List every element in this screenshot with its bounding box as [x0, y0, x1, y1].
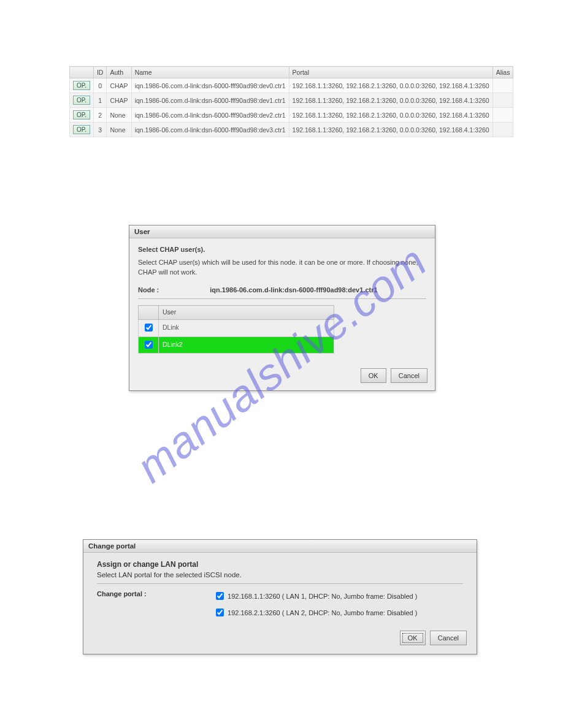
- portal-hint: Select LAN portal for the selected iSCSI…: [97, 571, 463, 578]
- cell-name: iqn.1986-06.com.d-link:dsn-6000-fff90ad9…: [131, 123, 289, 137]
- user-checkbox[interactable]: [145, 324, 153, 332]
- cell-alias: [492, 123, 513, 137]
- portal-option: 192.168.2.1:3260 ( LAN 2, DHCP: No, Jumb…: [213, 607, 463, 618]
- cell-portal: 192.168.1.1:3260, 192.168.2.1:3260, 0.0.…: [289, 78, 492, 93]
- cell-id: 0: [93, 78, 107, 93]
- cell-id: 1: [93, 93, 107, 108]
- change-portal-dialog: Change portal Assign or change LAN porta…: [83, 539, 477, 654]
- change-portal-label: Change portal :: [97, 590, 195, 623]
- node-row: Node : iqn.1986-06.com.d-link:dsn-6000-f…: [138, 282, 426, 300]
- node-value: iqn.1986-06.com.d-link:dsn-6000-fff90ad9…: [210, 286, 377, 294]
- cell-id: 3: [93, 123, 107, 137]
- user-dialog: User Select CHAP user(s). Select CHAP us…: [129, 225, 435, 391]
- portal-option-text: 192.168.2.1:3260 ( LAN 2, DHCP: No, Jumb…: [228, 609, 417, 616]
- portal-checkbox[interactable]: [216, 609, 224, 616]
- cell-name: iqn.1986-06.com.d-link:dsn-6000-fff90ad9…: [131, 108, 289, 123]
- table-row: OP.0CHAPiqn.1986-06.com.d-link:dsn-6000-…: [70, 78, 513, 93]
- op-button[interactable]: OP.: [73, 125, 90, 134]
- dialog-title: User: [129, 226, 435, 238]
- node-label: Node :: [138, 286, 159, 294]
- col-alias: Alias: [492, 67, 513, 78]
- user-row[interactable]: DLink2: [139, 336, 334, 354]
- col-op: [70, 67, 94, 78]
- user-col-check: [139, 306, 159, 320]
- col-name: Name: [131, 67, 289, 78]
- portal-option-text: 192.168.1.1:3260 ( LAN 1, DHCP: No, Jumb…: [228, 593, 417, 600]
- dialog-subtitle: Select CHAP user(s).: [138, 245, 426, 255]
- cancel-button[interactable]: Cancel: [430, 631, 467, 645]
- cell-auth: CHAP: [107, 78, 131, 93]
- portal-option: 192.168.1.1:3260 ( LAN 1, DHCP: No, Jumb…: [213, 590, 463, 602]
- col-auth: Auth: [107, 67, 131, 78]
- user-name: DLink: [159, 319, 334, 336]
- user-name: DLink2: [159, 336, 334, 354]
- cell-alias: [492, 108, 513, 123]
- cell-auth: CHAP: [107, 93, 131, 108]
- cell-portal: 192.168.1.1:3260, 192.168.2.1:3260, 0.0.…: [289, 123, 492, 137]
- op-button[interactable]: OP.: [73, 81, 90, 90]
- table-row: OP.2Noneiqn.1986-06.com.d-link:dsn-6000-…: [70, 108, 513, 123]
- col-id: ID: [93, 67, 107, 78]
- divider: [97, 583, 463, 584]
- cell-id: 2: [93, 108, 107, 123]
- user-col-name: User: [159, 306, 334, 320]
- dialog-description: Select CHAP user(s) which will be used f…: [138, 257, 426, 278]
- op-button[interactable]: OP.: [73, 96, 90, 105]
- nodes-table: ID Auth Name Portal Alias OP.0CHAPiqn.19…: [69, 66, 513, 137]
- portal-checkbox[interactable]: [216, 592, 224, 600]
- col-portal: Portal: [289, 67, 492, 78]
- cancel-button[interactable]: Cancel: [391, 368, 427, 383]
- user-list: User DLinkDLink2: [138, 305, 334, 354]
- cell-name: iqn.1986-06.com.d-link:dsn-6000-fff90ad9…: [131, 93, 289, 108]
- user-checkbox[interactable]: [145, 341, 153, 349]
- table-row: OP.3Noneiqn.1986-06.com.d-link:dsn-6000-…: [70, 123, 513, 137]
- cell-alias: [492, 78, 513, 93]
- cell-auth: None: [107, 108, 131, 123]
- cell-portal: 192.168.1.1:3260, 192.168.2.1:3260, 0.0.…: [289, 93, 492, 108]
- table-row: OP.1CHAPiqn.1986-06.com.d-link:dsn-6000-…: [70, 93, 513, 108]
- user-row[interactable]: DLink: [139, 319, 334, 336]
- table-header-row: ID Auth Name Portal Alias: [70, 67, 513, 78]
- op-button[interactable]: OP.: [73, 110, 90, 119]
- cell-name: iqn.1986-06.com.d-link:dsn-6000-fff90ad9…: [131, 78, 289, 93]
- ok-button[interactable]: OK: [400, 631, 426, 645]
- cell-alias: [492, 93, 513, 108]
- cell-auth: None: [107, 123, 131, 137]
- dialog-title: Change portal: [83, 540, 477, 553]
- portal-heading: Assign or change LAN portal: [97, 560, 463, 569]
- cell-portal: 192.168.1.1:3260, 192.168.2.1:3260, 0.0.…: [289, 108, 492, 123]
- ok-button[interactable]: OK: [361, 368, 386, 383]
